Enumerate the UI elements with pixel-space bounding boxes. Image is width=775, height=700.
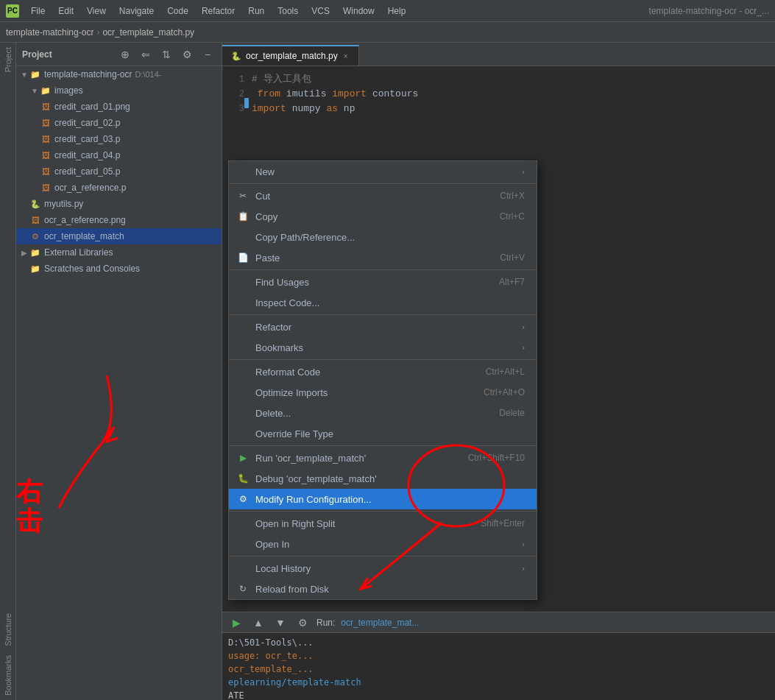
add-content-button[interactable]: ⊕ — [117, 46, 133, 63]
ctx-inspect[interactable]: Inspect Code... — [229, 292, 537, 313]
run-play-button[interactable]: ▶ — [228, 615, 244, 631]
tab-bar: 🐍 ocr_template_match.py × — [222, 43, 775, 66]
code-line-3: 3 import numpy as np — [222, 102, 775, 116]
ctx-copy-icon: 📋 — [236, 211, 250, 222]
tree-file-credit03[interactable]: 🖼 credit_card_03.p — [16, 131, 222, 147]
ctx-sep-5 — [229, 445, 537, 446]
ctx-bookmarks[interactable]: Bookmarks › — [229, 337, 537, 358]
ctx-delete-shortcut: Delete — [499, 408, 525, 418]
ctx-open-right-split[interactable]: Open in Right Split Shift+Enter — [229, 513, 537, 534]
menu-navigate[interactable]: Navigate — [113, 4, 160, 18]
settings-button[interactable]: ⚙ — [179, 46, 195, 63]
ctx-copy-shortcut: Ctrl+C — [500, 211, 525, 222]
menu-view[interactable]: View — [81, 4, 112, 18]
ocra-ref-label: ocr_a_reference.p — [54, 183, 126, 193]
ctx-optimize-imports[interactable]: Optimize Imports Ctrl+Alt+O — [229, 382, 537, 403]
ctx-local-history-arrow: › — [522, 564, 525, 573]
context-menu: New › ✂ Cut Ctrl+X 📋 Copy Ctrl+C Copy Pa… — [228, 160, 537, 600]
ctx-sep-3 — [229, 314, 537, 315]
ctx-run-shortcut: Ctrl+Shift+F10 — [468, 453, 525, 463]
line-content-3: import numpy as np — [252, 102, 775, 116]
ctx-cut-label: Cut — [255, 191, 485, 202]
run-file-label: ocr_template_mat... — [341, 618, 419, 628]
credit02-icon: 🖼 — [40, 117, 52, 129]
ctx-reload[interactable]: ↻ Reload from Disk — [229, 579, 537, 599]
ctx-override-type[interactable]: Override File Type — [229, 423, 537, 444]
run-output[interactable]: D:\501-Tools\... usage: ocr_te... ocr_te… — [222, 633, 775, 700]
breadcrumb-project[interactable]: template-matching-ocr — [6, 27, 93, 38]
ctx-copy-path[interactable]: Copy Path/Reference... — [229, 227, 537, 247]
ctx-debug[interactable]: 🐛 Debug 'ocr_template_match' — [229, 468, 537, 489]
tree-scratches[interactable]: 📁 Scratches and Consoles — [16, 261, 222, 277]
ctx-debug-icon: 🐛 — [236, 473, 250, 484]
run-text-2: usage: ocr_te... — [228, 651, 314, 661]
ctx-open-in[interactable]: Open In › — [229, 534, 537, 554]
breadcrumb: template-matching-ocr › ocr_template_mat… — [0, 22, 775, 43]
ocr-template-icon: ⚙ — [29, 230, 41, 242]
run-scroll-up-button[interactable]: ▲ — [250, 615, 266, 631]
menu-tools[interactable]: Tools — [272, 4, 304, 18]
structure-panel-label[interactable]: Structure — [2, 609, 14, 651]
hide-button[interactable]: − — [199, 46, 216, 63]
ctx-paste-label: Paste — [255, 252, 485, 264]
ctx-sep-2 — [229, 269, 537, 270]
tree-root[interactable]: ▼ 📁 template-matching-ocr D:\014- — [16, 66, 222, 82]
ctx-new[interactable]: New › — [229, 161, 537, 182]
tab-close-button[interactable]: × — [342, 52, 350, 61]
code-line-2: 2 from imutils import contours — [222, 87, 775, 102]
menu-run[interactable]: Run — [242, 4, 270, 18]
tree-file-credit01[interactable]: 🖼 credit_card_01.png — [16, 99, 222, 115]
ctx-paste-shortcut: Ctrl+V — [500, 252, 525, 263]
ctx-refactor[interactable]: Refactor › — [229, 317, 537, 337]
run-line-2: usage: ocr_te... — [228, 649, 769, 662]
menu-window[interactable]: Window — [337, 4, 381, 18]
menu-file[interactable]: File — [25, 4, 51, 18]
tree-file-ocr-template[interactable]: ⚙ ocr_template_match — [16, 228, 222, 244]
ctx-paste[interactable]: 📄 Paste Ctrl+V — [229, 247, 537, 268]
ctx-modify-run[interactable]: ⚙ Modify Run Configuration... — [229, 489, 537, 509]
tree-file-credit02[interactable]: 🖼 credit_card_02.p — [16, 115, 222, 131]
ctx-cut[interactable]: ✂ Cut Ctrl+X — [229, 185, 537, 206]
run-text-3: ocr_template_... — [228, 664, 314, 674]
menu-vcs[interactable]: VCS — [305, 4, 336, 18]
tree-images-folder[interactable]: ▼ 📁 images — [16, 82, 222, 99]
ctx-local-history-label: Local History — [255, 563, 516, 574]
run-scroll-down-button[interactable]: ▼ — [272, 615, 289, 631]
tab-ocr-template[interactable]: 🐍 ocr_template_match.py × — [222, 45, 359, 66]
menu-code[interactable]: Code — [161, 4, 194, 18]
ctx-reformat[interactable]: Reformat Code Ctrl+Alt+L — [229, 361, 537, 382]
tab-python-icon: 🐍 — [231, 52, 241, 61]
run-settings-button[interactable]: ⚙ — [294, 615, 311, 631]
scratches-icon: 📁 — [29, 263, 41, 275]
ctx-delete[interactable]: Delete... Delete — [229, 403, 537, 423]
ocra-png-label: ocr_a_reference.png — [44, 215, 126, 225]
title-bar: PC File Edit View Navigate Code Refactor… — [0, 0, 775, 22]
ctx-run[interactable]: ▶ Run 'ocr_template_match' Ctrl+Shift+F1… — [229, 448, 537, 468]
tree-external-libs[interactable]: ▶ 📁 External Libraries — [16, 244, 222, 261]
ctx-copy[interactable]: 📋 Copy Ctrl+C — [229, 206, 537, 227]
run-extra-2: ATE — [228, 689, 769, 700]
app-logo: PC — [6, 4, 19, 18]
images-expand-arrow: ▼ — [29, 85, 40, 96]
ctx-local-history[interactable]: Local History › — [229, 558, 537, 579]
ctx-new-arrow: › — [522, 167, 525, 176]
project-panel-label[interactable]: Project — [2, 43, 14, 77]
scroll-from-source-button[interactable]: ⇐ — [138, 46, 154, 63]
ocr-template-label: ocr_template_match — [44, 231, 124, 241]
ctx-find-usages[interactable]: Find Usages Alt+F7 — [229, 272, 537, 292]
ctx-modify-icon: ⚙ — [236, 494, 250, 504]
tree-file-ocra-ref[interactable]: 🖼 ocr_a_reference.p — [16, 180, 222, 196]
collapse-all-button[interactable]: ⇅ — [158, 46, 174, 63]
tree-file-myutils[interactable]: 🐍 myutils.py — [16, 196, 222, 212]
tree-file-credit04[interactable]: 🖼 credit_card_04.p — [16, 147, 222, 163]
breadcrumb-file[interactable]: ocr_template_match.py — [102, 27, 194, 38]
credit05-icon: 🖼 — [40, 166, 52, 177]
ctx-reformat-shortcut: Ctrl+Alt+L — [486, 367, 525, 377]
menu-refactor[interactable]: Refactor — [196, 4, 241, 18]
ctx-sep-4 — [229, 359, 537, 360]
tree-file-ocra-png[interactable]: 🖼 ocr_a_reference.png — [16, 212, 222, 228]
tree-file-credit05[interactable]: 🖼 credit_card_05.p — [16, 163, 222, 180]
menu-edit[interactable]: Edit — [52, 4, 79, 18]
menu-help[interactable]: Help — [382, 4, 412, 18]
bookmarks-panel-label[interactable]: Bookmarks — [2, 651, 14, 700]
